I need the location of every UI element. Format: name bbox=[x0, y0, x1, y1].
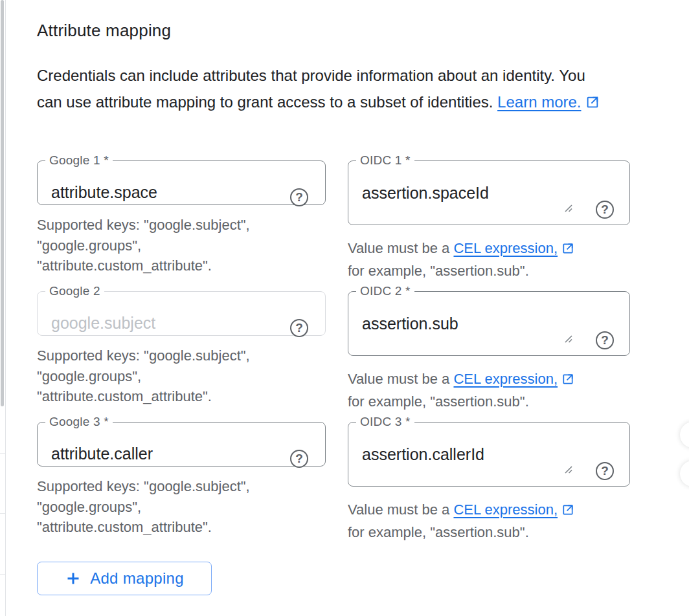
oidc-2-field: OIDC 2 * assertion.sub ? bbox=[348, 284, 630, 356]
clipped-edge-circle bbox=[680, 422, 689, 448]
clipped-edge-circle bbox=[680, 461, 689, 487]
help-icon[interactable]: ? bbox=[290, 450, 308, 468]
resize-handle-icon[interactable] bbox=[563, 203, 574, 216]
helper-suffix: for example, "assertion.sub". bbox=[348, 524, 529, 540]
help-icon[interactable]: ? bbox=[290, 319, 308, 337]
oidc-1-textarea[interactable]: assertion.spaceId bbox=[362, 183, 570, 217]
external-link-icon[interactable] bbox=[561, 371, 574, 391]
oidc-3-helper: Value must be a CEL expression, for exam… bbox=[348, 500, 627, 542]
oidc-2-label: OIDC 2 * bbox=[356, 284, 414, 298]
oidc-3-textarea[interactable]: assertion.callerId bbox=[362, 445, 570, 478]
oidc-3-label: OIDC 3 * bbox=[356, 415, 414, 429]
oidc-1-helper: Value must be a CEL expression, for exam… bbox=[348, 238, 627, 281]
google-3-label: Google 3 * bbox=[45, 415, 113, 429]
google-3-helper: Supported keys: "google.subject", "googl… bbox=[37, 476, 317, 538]
left-panel-row-divider bbox=[0, 453, 5, 454]
scrollbar-thumb[interactable] bbox=[1, 0, 4, 406]
plus-icon bbox=[65, 570, 82, 587]
cel-expression-link[interactable]: CEL expression, bbox=[453, 240, 558, 256]
helper-prefix: Value must be a bbox=[348, 371, 453, 387]
attribute-mapping-grid: Google 1 * ? Supported keys: "google.sub… bbox=[37, 153, 630, 545]
panel-divider bbox=[5, 0, 6, 616]
google-3-field: Google 3 * ? bbox=[37, 415, 326, 467]
google-1-label: Google 1 * bbox=[45, 153, 113, 168]
oidc-2-cell: OIDC 2 * assertion.sub ? Value must be a… bbox=[348, 284, 630, 415]
learn-more-link[interactable]: Learn more. bbox=[497, 93, 581, 111]
resize-handle-icon[interactable] bbox=[563, 465, 574, 478]
helper-prefix: Value must be a bbox=[348, 501, 453, 518]
add-mapping-label: Add mapping bbox=[90, 569, 184, 588]
left-panel-row-divider bbox=[0, 574, 5, 575]
intro-line-2: can use attribute mapping to grant acces… bbox=[37, 93, 493, 111]
help-icon[interactable]: ? bbox=[596, 201, 614, 219]
cel-expression-link[interactable]: CEL expression, bbox=[453, 371, 558, 387]
google-2-helper: Supported keys: "google.subject", "googl… bbox=[37, 346, 317, 407]
add-mapping-button[interactable]: Add mapping bbox=[37, 562, 212, 595]
google-3-cell: Google 3 * ? Supported keys: "google.sub… bbox=[37, 415, 326, 545]
oidc-1-field: OIDC 1 * assertion.spaceId ? bbox=[348, 153, 630, 225]
oidc-3-field: OIDC 3 * assertion.callerId ? bbox=[348, 415, 630, 487]
helper-prefix: Value must be a bbox=[348, 240, 453, 256]
helper-suffix: for example, "assertion.sub". bbox=[348, 263, 529, 279]
external-link-icon[interactable] bbox=[585, 91, 600, 117]
oidc-2-textarea[interactable]: assertion.sub bbox=[362, 314, 570, 347]
external-link-icon[interactable] bbox=[561, 240, 574, 261]
page-title: Attribute mapping bbox=[37, 21, 171, 41]
google-1-cell: Google 1 * ? Supported keys: "google.sub… bbox=[37, 153, 326, 284]
oidc-1-label: OIDC 1 * bbox=[356, 153, 414, 168]
google-2-field: Google 2 ? bbox=[37, 284, 326, 336]
google-1-input[interactable] bbox=[51, 183, 266, 202]
google-3-input[interactable] bbox=[51, 445, 266, 463]
left-panel-row-divider bbox=[0, 513, 5, 514]
intro-text: Credentials can include attributes that … bbox=[37, 62, 689, 117]
oidc-2-helper: Value must be a CEL expression, for exam… bbox=[348, 369, 627, 412]
helper-suffix: for example, "assertion.sub". bbox=[348, 393, 529, 410]
intro-line-1: Credentials can include attributes that … bbox=[37, 67, 585, 84]
google-1-helper: Supported keys: "google.subject", "googl… bbox=[37, 215, 317, 276]
cel-expression-link[interactable]: CEL expression, bbox=[453, 501, 558, 518]
oidc-3-cell: OIDC 3 * assertion.callerId ? Value must… bbox=[348, 415, 630, 545]
google-2-input[interactable] bbox=[51, 314, 266, 333]
google-1-field: Google 1 * ? bbox=[37, 153, 326, 205]
help-icon[interactable]: ? bbox=[290, 188, 308, 206]
help-icon[interactable]: ? bbox=[596, 331, 614, 349]
external-link-icon[interactable] bbox=[561, 501, 574, 522]
oidc-1-cell: OIDC 1 * assertion.spaceId ? Value must … bbox=[348, 153, 630, 284]
resize-handle-icon[interactable] bbox=[563, 334, 574, 347]
google-2-cell: Google 2 ? Supported keys: "google.subje… bbox=[37, 284, 326, 415]
help-icon[interactable]: ? bbox=[596, 462, 614, 480]
google-2-label: Google 2 bbox=[45, 284, 104, 298]
